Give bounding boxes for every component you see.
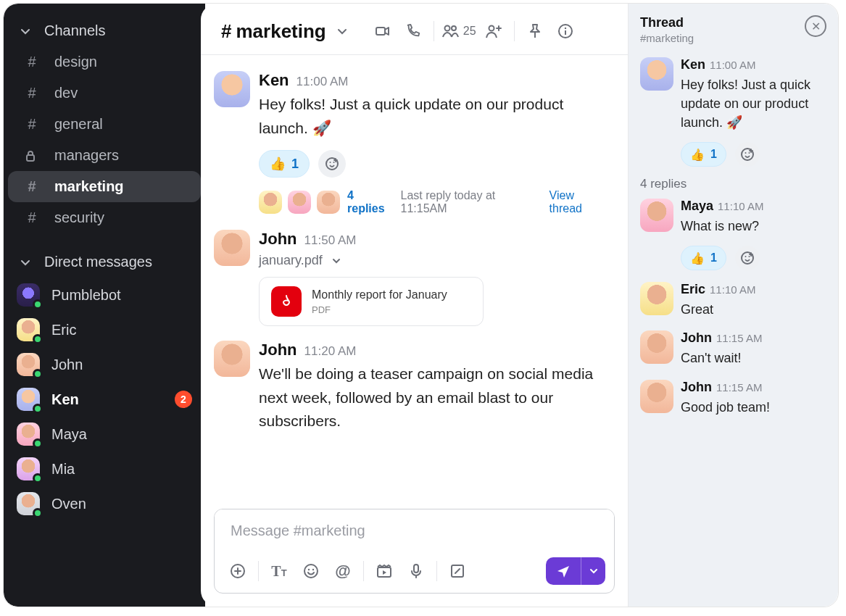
message-time: 11:00 AM bbox=[296, 75, 349, 89]
file-attachment-card[interactable]: Monthly report for JanuaryPDF bbox=[259, 277, 484, 326]
message-time: 11:15 AM bbox=[716, 381, 762, 394]
avatar bbox=[17, 353, 40, 376]
message-input[interactable] bbox=[215, 509, 614, 552]
message-author[interactable]: Maya bbox=[681, 199, 713, 213]
sidebar-dm-eric[interactable]: Eric bbox=[4, 312, 205, 347]
dm-name: Pumblebot bbox=[51, 287, 121, 304]
sidebar-channel-general[interactable]: #general bbox=[8, 109, 201, 140]
reaction-count: 1 bbox=[291, 157, 299, 172]
attach-button[interactable] bbox=[223, 557, 252, 586]
thread-close-button[interactable]: ✕ bbox=[805, 15, 826, 37]
reaction-pill[interactable]: 👍1 bbox=[681, 142, 726, 167]
add-reaction-button[interactable] bbox=[318, 150, 346, 178]
dm-name: Ken bbox=[51, 391, 79, 408]
emoji-button[interactable] bbox=[296, 557, 325, 586]
topbar: # marketing 25 bbox=[201, 4, 628, 55]
message-author[interactable]: John bbox=[681, 330, 712, 345]
format-button[interactable]: TT bbox=[265, 557, 294, 586]
dm-name: Maya bbox=[51, 426, 87, 443]
channel-title[interactable]: # marketing bbox=[221, 20, 348, 43]
audio-call-button[interactable] bbox=[400, 18, 426, 44]
message-body: Hey folks! Just a quick update on our pr… bbox=[681, 75, 826, 132]
sidebar-dm-ken[interactable]: Ken2 bbox=[4, 382, 205, 417]
hash-icon: # bbox=[24, 85, 40, 101]
svg-point-12 bbox=[304, 565, 318, 578]
chevron-down-icon[interactable] bbox=[581, 557, 605, 585]
sidebar-dm-pumblebot[interactable]: Pumblebot bbox=[4, 278, 205, 312]
svg-point-23 bbox=[748, 256, 750, 257]
channels-header-label: Channels bbox=[44, 22, 106, 39]
channels-section-header[interactable]: Channels bbox=[4, 15, 205, 46]
message: John11:50 AMjanuary.pdf Monthly report f… bbox=[208, 222, 615, 333]
replies-link[interactable]: 4 replies bbox=[347, 189, 394, 215]
reaction-pill[interactable]: 👍1 bbox=[259, 150, 310, 178]
message-author[interactable]: Eric bbox=[681, 282, 705, 296]
avatar[interactable] bbox=[214, 341, 250, 377]
avatar bbox=[17, 318, 40, 341]
avatar[interactable] bbox=[214, 71, 250, 107]
add-reaction-button[interactable] bbox=[735, 142, 760, 167]
members-button[interactable]: 25 bbox=[441, 24, 476, 38]
chevron-down-icon bbox=[20, 25, 31, 37]
pin-button[interactable] bbox=[522, 18, 548, 44]
presence-indicator bbox=[33, 508, 43, 518]
send-button[interactable] bbox=[546, 557, 605, 585]
channel-label: general bbox=[54, 116, 103, 133]
presence-indicator bbox=[33, 438, 43, 449]
sidebar-channel-design[interactable]: #design bbox=[8, 46, 201, 78]
reaction-emoji: 👍 bbox=[690, 148, 705, 162]
sidebar-dm-mia[interactable]: Mia bbox=[4, 451, 205, 486]
presence-indicator bbox=[33, 404, 43, 414]
channel-label: security bbox=[54, 209, 104, 226]
message-author[interactable]: John bbox=[259, 341, 297, 359]
reaction-emoji: 👍 bbox=[270, 156, 286, 172]
add-reaction-button[interactable] bbox=[735, 246, 760, 270]
reaction-pill[interactable]: 👍1 bbox=[681, 246, 726, 270]
avatar[interactable] bbox=[640, 380, 673, 413]
avatar bbox=[17, 492, 40, 515]
sidebar-channel-security[interactable]: #security bbox=[8, 202, 201, 233]
avatar[interactable] bbox=[640, 282, 673, 315]
mention-button[interactable]: @ bbox=[328, 557, 357, 586]
svg-point-20 bbox=[748, 152, 750, 154]
shortcut-button[interactable] bbox=[443, 557, 472, 586]
avatar[interactable] bbox=[640, 57, 673, 91]
reaction-emoji: 👍 bbox=[690, 251, 705, 265]
sidebar-channel-dev[interactable]: #dev bbox=[8, 78, 201, 109]
sidebar-dm-oven[interactable]: Oven bbox=[4, 486, 205, 521]
message-body: What is new? bbox=[681, 217, 826, 236]
sidebar-dm-john[interactable]: John bbox=[4, 347, 205, 382]
thread-message: John11:15 AM Good job team! bbox=[629, 374, 838, 423]
message-author[interactable]: Ken bbox=[259, 71, 289, 90]
info-button[interactable] bbox=[552, 18, 578, 44]
record-audio-button[interactable] bbox=[402, 557, 431, 586]
hash-icon: # bbox=[24, 116, 40, 133]
dm-header-label: Direct messages bbox=[44, 254, 152, 270]
dm-name: Mia bbox=[51, 461, 75, 478]
avatar[interactable] bbox=[640, 330, 673, 364]
thread-summary[interactable]: 4 replies Last reply today at 11:15AM Vi… bbox=[259, 189, 609, 215]
chevron-down-icon bbox=[336, 25, 348, 37]
message-time: 11:15 AM bbox=[716, 332, 762, 344]
sidebar-dm-maya[interactable]: Maya bbox=[4, 417, 205, 451]
file-type: PDF bbox=[312, 304, 447, 315]
sidebar-channel-marketing[interactable]: #marketing bbox=[8, 171, 201, 202]
record-video-button[interactable] bbox=[370, 557, 399, 586]
avatar[interactable] bbox=[214, 230, 250, 266]
message-author[interactable]: John bbox=[681, 380, 712, 394]
view-thread-link[interactable]: View thread bbox=[550, 189, 609, 215]
message-author[interactable]: Ken bbox=[681, 57, 705, 72]
attachment-filename[interactable]: january.pdf bbox=[259, 253, 609, 268]
message-time: 11:50 AM bbox=[304, 233, 357, 248]
message-author[interactable]: John bbox=[259, 230, 297, 249]
add-member-button[interactable] bbox=[481, 18, 507, 44]
video-call-button[interactable] bbox=[370, 18, 396, 44]
main-panel: # marketing 25 bbox=[201, 4, 628, 607]
avatar[interactable] bbox=[640, 199, 673, 232]
message-body: Hey folks! Just a quick update on our pr… bbox=[259, 93, 609, 140]
sidebar-channel-managers[interactable]: managers bbox=[8, 140, 201, 171]
svg-point-10 bbox=[333, 162, 335, 163]
dm-section-header[interactable]: Direct messages bbox=[4, 246, 205, 278]
lock-icon bbox=[24, 149, 40, 162]
composer: TT @ bbox=[214, 509, 615, 594]
